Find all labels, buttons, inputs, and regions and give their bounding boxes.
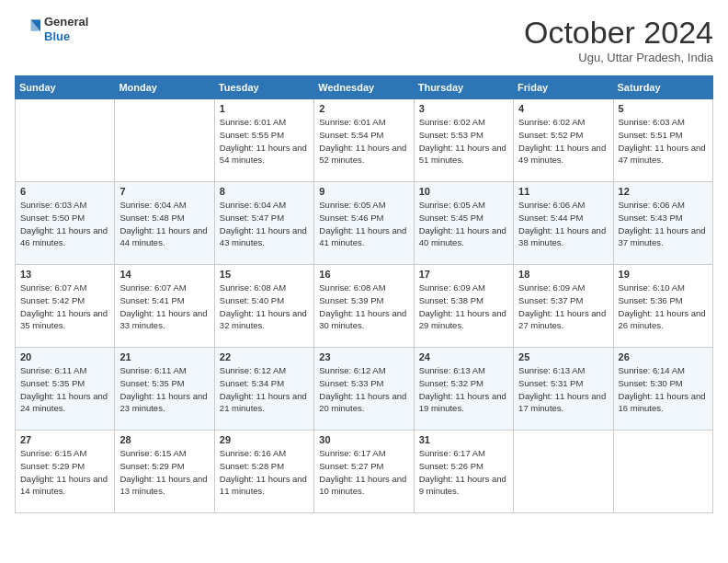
calendar-cell: 7Sunrise: 6:04 AM Sunset: 5:48 PM Daylig… <box>115 182 214 265</box>
day-number: 14 <box>119 269 209 280</box>
calendar-cell: 9Sunrise: 6:05 AM Sunset: 5:46 PM Daylig… <box>314 182 414 265</box>
calendar-table: SundayMondayTuesdayWednesdayThursdayFrid… <box>15 75 713 513</box>
calendar-week-row: 1Sunrise: 6:01 AM Sunset: 5:55 PM Daylig… <box>16 99 713 182</box>
logo-text: General Blue <box>44 15 88 43</box>
calendar-header-row: SundayMondayTuesdayWednesdayThursdayFrid… <box>16 76 713 99</box>
day-number: 22 <box>220 351 309 362</box>
day-number: 3 <box>419 103 508 114</box>
day-number: 24 <box>419 351 508 362</box>
calendar-cell: 13Sunrise: 6:07 AM Sunset: 5:42 PM Dayli… <box>16 265 115 348</box>
day-info: Sunrise: 6:05 AM Sunset: 5:45 PM Dayligh… <box>419 199 508 249</box>
day-number: 2 <box>319 103 408 114</box>
day-number: 30 <box>319 434 408 445</box>
logo-general: General <box>44 15 88 29</box>
calendar-cell: 6Sunrise: 6:03 AM Sunset: 5:50 PM Daylig… <box>16 182 115 265</box>
day-info: Sunrise: 6:09 AM Sunset: 5:37 PM Dayligh… <box>518 282 608 332</box>
title-block: October 2024 Ugu, Uttar Pradesh, India <box>524 15 713 64</box>
calendar-week-row: 27Sunrise: 6:15 AM Sunset: 5:29 PM Dayli… <box>16 431 713 513</box>
day-number: 27 <box>20 434 109 445</box>
day-number: 4 <box>518 103 608 114</box>
day-info: Sunrise: 6:05 AM Sunset: 5:46 PM Dayligh… <box>319 199 408 249</box>
day-info: Sunrise: 6:10 AM Sunset: 5:36 PM Dayligh… <box>619 282 708 332</box>
day-number: 23 <box>319 351 408 362</box>
day-info: Sunrise: 6:17 AM Sunset: 5:26 PM Dayligh… <box>419 447 508 498</box>
day-number: 12 <box>619 186 708 197</box>
calendar-cell: 16Sunrise: 6:08 AM Sunset: 5:39 PM Dayli… <box>314 265 414 348</box>
day-info: Sunrise: 6:11 AM Sunset: 5:35 PM Dayligh… <box>20 364 109 415</box>
day-number: 11 <box>518 186 608 197</box>
day-number: 8 <box>220 186 309 197</box>
day-number: 18 <box>518 269 608 280</box>
calendar-cell: 3Sunrise: 6:02 AM Sunset: 5:53 PM Daylig… <box>414 99 513 182</box>
day-info: Sunrise: 6:12 AM Sunset: 5:34 PM Dayligh… <box>220 364 309 415</box>
day-number: 16 <box>319 269 408 280</box>
day-number: 28 <box>119 434 209 445</box>
day-number: 21 <box>119 351 209 362</box>
day-info: Sunrise: 6:13 AM Sunset: 5:32 PM Dayligh… <box>419 364 508 415</box>
day-info: Sunrise: 6:06 AM Sunset: 5:44 PM Dayligh… <box>518 199 608 249</box>
day-info: Sunrise: 6:03 AM Sunset: 5:50 PM Dayligh… <box>20 199 109 249</box>
calendar-cell <box>16 99 115 182</box>
day-number: 1 <box>220 103 309 114</box>
day-number: 19 <box>619 269 708 280</box>
calendar-week-row: 20Sunrise: 6:11 AM Sunset: 5:35 PM Dayli… <box>16 348 713 431</box>
calendar-cell: 18Sunrise: 6:09 AM Sunset: 5:37 PM Dayli… <box>514 265 613 348</box>
calendar-cell: 26Sunrise: 6:14 AM Sunset: 5:30 PM Dayli… <box>613 348 712 431</box>
calendar-cell: 1Sunrise: 6:01 AM Sunset: 5:55 PM Daylig… <box>214 99 313 182</box>
calendar-cell: 25Sunrise: 6:13 AM Sunset: 5:31 PM Dayli… <box>514 348 613 431</box>
calendar-cell: 8Sunrise: 6:04 AM Sunset: 5:47 PM Daylig… <box>214 182 313 265</box>
calendar-cell <box>115 99 214 182</box>
day-info: Sunrise: 6:13 AM Sunset: 5:31 PM Dayligh… <box>518 364 608 415</box>
day-number: 7 <box>119 186 209 197</box>
weekday-header: Sunday <box>16 76 115 99</box>
weekday-header: Monday <box>115 76 214 99</box>
month-title: October 2024 <box>524 15 713 51</box>
calendar-cell: 15Sunrise: 6:08 AM Sunset: 5:40 PM Dayli… <box>214 265 313 348</box>
calendar-cell: 22Sunrise: 6:12 AM Sunset: 5:34 PM Dayli… <box>214 348 313 431</box>
day-info: Sunrise: 6:06 AM Sunset: 5:43 PM Dayligh… <box>619 199 708 249</box>
logo-blue: Blue <box>44 29 88 44</box>
calendar-cell: 23Sunrise: 6:12 AM Sunset: 5:33 PM Dayli… <box>314 348 414 431</box>
location-subtitle: Ugu, Uttar Pradesh, India <box>524 51 713 64</box>
calendar-cell: 14Sunrise: 6:07 AM Sunset: 5:41 PM Dayli… <box>115 265 214 348</box>
weekday-header: Tuesday <box>214 76 313 99</box>
day-info: Sunrise: 6:07 AM Sunset: 5:41 PM Dayligh… <box>119 282 209 332</box>
calendar-cell: 10Sunrise: 6:05 AM Sunset: 5:45 PM Dayli… <box>414 182 513 265</box>
day-number: 20 <box>20 351 109 362</box>
calendar-cell: 27Sunrise: 6:15 AM Sunset: 5:29 PM Dayli… <box>16 431 115 513</box>
logo-icon <box>15 17 40 42</box>
calendar-cell: 30Sunrise: 6:17 AM Sunset: 5:27 PM Dayli… <box>314 431 414 513</box>
calendar-week-row: 6Sunrise: 6:03 AM Sunset: 5:50 PM Daylig… <box>16 182 713 265</box>
calendar-cell: 31Sunrise: 6:17 AM Sunset: 5:26 PM Dayli… <box>414 431 513 513</box>
calendar-cell: 24Sunrise: 6:13 AM Sunset: 5:32 PM Dayli… <box>414 348 513 431</box>
calendar-cell: 4Sunrise: 6:02 AM Sunset: 5:52 PM Daylig… <box>514 99 613 182</box>
day-info: Sunrise: 6:02 AM Sunset: 5:52 PM Dayligh… <box>518 116 608 167</box>
page-header: General Blue October 2024 Ugu, Uttar Pra… <box>15 15 713 64</box>
day-info: Sunrise: 6:16 AM Sunset: 5:28 PM Dayligh… <box>220 447 309 498</box>
day-info: Sunrise: 6:01 AM Sunset: 5:54 PM Dayligh… <box>319 116 408 167</box>
day-info: Sunrise: 6:14 AM Sunset: 5:30 PM Dayligh… <box>619 364 708 415</box>
calendar-cell: 11Sunrise: 6:06 AM Sunset: 5:44 PM Dayli… <box>514 182 613 265</box>
svg-marker-2 <box>31 19 41 30</box>
day-info: Sunrise: 6:04 AM Sunset: 5:48 PM Dayligh… <box>119 199 209 249</box>
day-number: 5 <box>619 103 708 114</box>
day-info: Sunrise: 6:15 AM Sunset: 5:29 PM Dayligh… <box>119 447 209 498</box>
calendar-cell: 17Sunrise: 6:09 AM Sunset: 5:38 PM Dayli… <box>414 265 513 348</box>
calendar-cell: 28Sunrise: 6:15 AM Sunset: 5:29 PM Dayli… <box>115 431 214 513</box>
calendar-cell: 20Sunrise: 6:11 AM Sunset: 5:35 PM Dayli… <box>16 348 115 431</box>
calendar-cell: 19Sunrise: 6:10 AM Sunset: 5:36 PM Dayli… <box>613 265 712 348</box>
calendar-cell: 5Sunrise: 6:03 AM Sunset: 5:51 PM Daylig… <box>613 99 712 182</box>
day-info: Sunrise: 6:03 AM Sunset: 5:51 PM Dayligh… <box>619 116 708 167</box>
day-info: Sunrise: 6:12 AM Sunset: 5:33 PM Dayligh… <box>319 364 408 415</box>
day-number: 29 <box>220 434 309 445</box>
day-number: 15 <box>220 269 309 280</box>
day-info: Sunrise: 6:08 AM Sunset: 5:40 PM Dayligh… <box>220 282 309 332</box>
day-info: Sunrise: 6:11 AM Sunset: 5:35 PM Dayligh… <box>119 364 209 415</box>
weekday-header: Wednesday <box>314 76 414 99</box>
day-info: Sunrise: 6:01 AM Sunset: 5:55 PM Dayligh… <box>220 116 309 167</box>
day-number: 26 <box>619 351 708 362</box>
day-info: Sunrise: 6:08 AM Sunset: 5:39 PM Dayligh… <box>319 282 408 332</box>
day-number: 17 <box>419 269 508 280</box>
weekday-header: Friday <box>514 76 613 99</box>
day-info: Sunrise: 6:04 AM Sunset: 5:47 PM Dayligh… <box>220 199 309 249</box>
